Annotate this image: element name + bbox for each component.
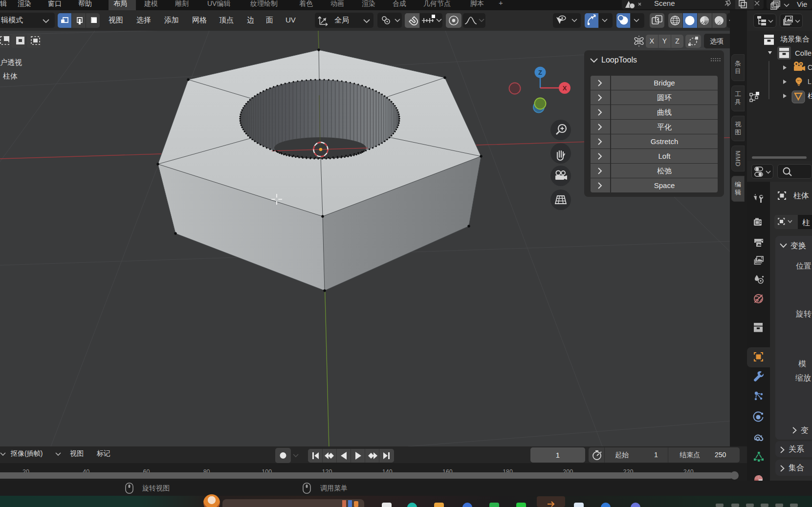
- svg-text:X: X: [563, 84, 567, 92]
- svg-text:Z: Z: [538, 69, 542, 76]
